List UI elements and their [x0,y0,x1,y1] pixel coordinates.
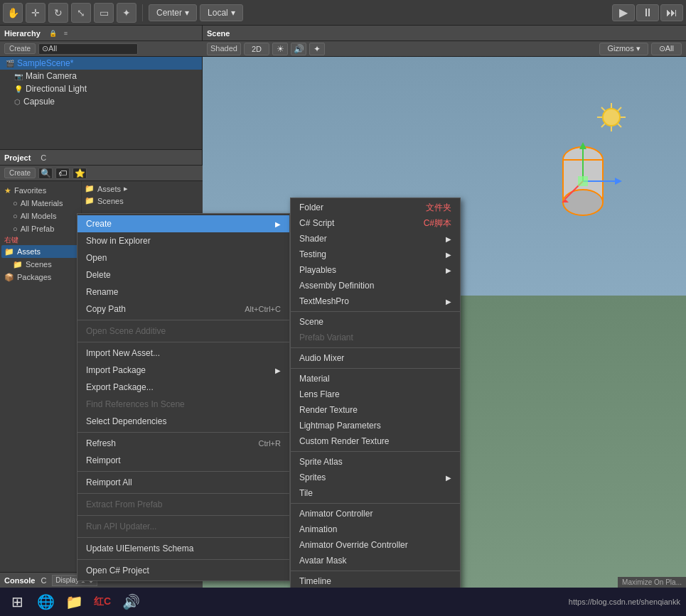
sub-scene[interactable]: Scene [291,314,460,330]
ctx-find-refs: Find References In Scene [77,396,289,413]
all-btn[interactable]: ⊙All [651,43,682,55]
shading-dropdown[interactable]: Shaded [207,43,241,55]
sub-assembly-def[interactable]: Assembly Definition [291,278,460,293]
sub-avatar-mask[interactable]: Avatar Mask [291,553,460,568]
rect-tool-btn[interactable]: ▭ [94,3,114,23]
ctx-delete[interactable]: Delete [77,266,289,283]
sub-custom-render-texture[interactable]: Custom Render Texture [291,433,460,449]
scale-tool-btn[interactable]: ⤡ [71,3,91,23]
ctx-import-package[interactable]: Import Package ▶ [77,362,289,379]
console-tab-mini[interactable]: C [41,153,46,162]
sub-material[interactable]: Material [291,371,460,387]
ctx-select-deps[interactable]: Select Dependencies [77,413,289,430]
ctx-refresh[interactable]: Refresh Ctrl+R [77,435,289,452]
ctx-sep-7 [77,537,289,538]
ctx-export-package[interactable]: Export Package... [77,379,289,396]
playables-arrow: ▶ [446,266,451,274]
ctx-import-new-asset[interactable]: Import New Asset... [77,345,289,362]
sub-animator-override[interactable]: Animator Override Controller [291,537,460,553]
sub-csharp-script[interactable]: C# Script C#脚本 [291,215,460,231]
hierarchy-item-maincamera[interactable]: 📷 Main Camera [0,70,202,82]
all-prefabs-item[interactable]: ○ All Prefab [1,222,80,235]
project-create-btn[interactable]: Create [4,168,36,178]
sub-lightmap-params[interactable]: Lightmap Parameters [291,418,460,433]
file-explorer-icon[interactable]: 📁 [63,590,85,613]
sub-tile[interactable]: Tile [291,485,460,501]
console-c-tab[interactable]: C [41,576,46,585]
svg-line-7 [618,107,621,111]
top-toolbar: ✋ ✛ ↻ ⤡ ▭ ✦ Center ▾ Local ▾ ▶ ⏸ ⏭ [0,0,686,26]
all-models-item[interactable]: ○ All Models [1,210,80,222]
sub-sprites[interactable]: Sprites ▶ [291,470,460,485]
sub-sep-1 [291,311,460,312]
project-tag-btn[interactable]: 🏷 [55,168,70,179]
local-label: Local [208,8,228,18]
ctx-reimport-all[interactable]: Reimport All [77,474,289,491]
local-global-btn[interactable]: Local ▾ [200,4,243,21]
maximize-label[interactable]: Maximize On Pla... [618,577,686,588]
project-star-btn[interactable]: ⭐ [73,168,87,179]
center-pivot-btn[interactable]: Center ▾ [149,4,197,21]
play-button[interactable]: ▶ [612,4,635,21]
gizmos-btn[interactable]: Gizmos ▾ [599,43,648,55]
sun-icon-btn[interactable]: ☀ [272,43,288,55]
ctx-open[interactable]: Open [77,249,289,266]
hierarchy-list: 🎬 SampleScene* 📷 Main Camera 💡 Direction… [0,57,203,149]
step-button[interactable]: ⏭ [660,4,683,21]
hierarchy-item-dirlight[interactable]: 💡 Directional Light [0,82,202,95]
move-tool-btn[interactable]: ✛ [26,3,45,23]
pause-button[interactable]: ⏸ [636,4,659,21]
hierarchy-tab[interactable]: Hierarchy [4,29,41,38]
sub-animator-controller[interactable]: Animator Controller [291,506,460,522]
2d-btn[interactable]: 2D [244,43,269,55]
scene-fx-btn[interactable]: ✦ [309,43,325,55]
toolbar-sep-1 [142,4,143,21]
ctx-reimport[interactable]: Reimport [77,452,289,469]
play-controls: ▶ ⏸ ⏭ [612,4,683,21]
sub-testing[interactable]: Testing ▶ [291,247,460,262]
sub-folder[interactable]: Folder 文件夹 [291,200,460,215]
hand-tool-btn[interactable]: ✋ [3,3,23,23]
unity-icon[interactable]: 🔊 [119,590,142,613]
ctx-copy-path[interactable]: Copy Path Alt+Ctrl+C [77,301,289,318]
capsule-icon: ⬡ [14,98,21,106]
project-tab[interactable]: Project [4,153,31,162]
sub-animation[interactable]: Animation [291,522,460,537]
assets-item[interactable]: 📁 Assets [1,245,80,258]
favorites-item[interactable]: ★ Favorites [1,184,80,197]
ctx-open-csharp[interactable]: Open C# Project [77,562,289,579]
edge-browser-icon[interactable]: 🌐 [34,590,57,613]
csdn-icon[interactable]: 红C [91,590,114,613]
sub-textmeshpro[interactable]: TextMeshPro ▶ [291,293,460,309]
windows-start-btn[interactable]: ⊞ [6,590,28,613]
taskbar-url: https://blog.csdn.net/shenqiankk [569,598,680,606]
sub-sprite-atlas[interactable]: Sprite Atlas [291,454,460,470]
assets-label: Assets [17,247,41,256]
sub-lens-flare[interactable]: Lens Flare [291,387,460,402]
sub-shader[interactable]: Shader ▶ [291,231,460,247]
sub-render-texture[interactable]: Render Texture [291,402,460,418]
sub-timeline[interactable]: Timeline [291,573,460,589]
scenes-folder-item[interactable]: 📁 Scenes [85,196,200,205]
scenes-item[interactable]: 📁 Scenes [1,258,80,271]
all-materials-item[interactable]: ○ All Materials [1,197,80,210]
ctx-rename[interactable]: Rename [77,283,289,301]
ctx-update-uielements[interactable]: Update UIElements Schema [77,540,289,557]
scene-tab[interactable]: Scene [207,29,230,38]
packages-item[interactable]: 📦 Packages [1,271,80,283]
ctx-create[interactable]: Create ▶ [77,215,289,232]
transform-tool-btn[interactable]: ✦ [117,3,136,23]
project-search-btn[interactable]: 🔍 [38,168,53,179]
hierarchy-create-btn[interactable]: Create [4,43,36,54]
hierarchy-item-samplescene[interactable]: 🎬 SampleScene* [0,57,202,70]
audio-btn[interactable]: 🔊 [291,43,306,55]
hierarchy-item-capsule[interactable]: ⬡ Capsule [0,95,202,108]
hierarchy-section: Hierarchy 🔒 ≡ Create 🎬 SampleScene* 📷 Ma… [0,26,203,149]
hierarchy-search[interactable] [38,43,138,55]
console-tab[interactable]: Console [4,576,35,585]
textmeshpro-arrow: ▶ [446,298,451,306]
rotate-tool-btn[interactable]: ↻ [48,3,68,23]
ctx-show-explorer[interactable]: Show in Explorer [77,232,289,249]
sub-audio-mixer[interactable]: Audio Mixer [291,350,460,366]
sub-playables[interactable]: Playables ▶ [291,262,460,278]
